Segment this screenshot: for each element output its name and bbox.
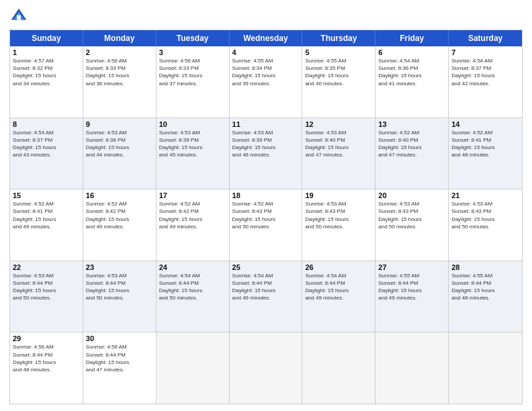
day-info: Sunrise: 4:56 AMSunset: 8:44 PMDaylight:… (86, 343, 153, 373)
day-number: 1 (13, 48, 80, 56)
day-cell-14: 14Sunrise: 4:52 AMSunset: 8:41 PMDayligh… (449, 118, 522, 189)
day-cell-24: 24Sunrise: 4:54 AMSunset: 8:44 PMDayligh… (157, 261, 230, 332)
day-number: 27 (378, 263, 445, 271)
day-number: 9 (86, 120, 153, 128)
day-cell-6: 6Sunrise: 4:54 AMSunset: 8:36 PMDaylight… (375, 46, 449, 118)
day-number: 6 (378, 48, 445, 56)
day-cell-16: 16Sunrise: 4:52 AMSunset: 8:42 PMDayligh… (83, 189, 157, 261)
day-number: 12 (305, 120, 372, 128)
day-info: Sunrise: 4:52 AMSunset: 8:43 PMDaylight:… (232, 200, 300, 230)
day-cell-17: 17Sunrise: 4:52 AMSunset: 8:42 PMDayligh… (157, 189, 230, 261)
day-info: Sunrise: 4:56 AMSunset: 8:33 PMDaylight:… (86, 57, 153, 87)
day-info: Sunrise: 4:52 AMSunset: 8:42 PMDaylight:… (86, 200, 153, 230)
day-cell-30: 30Sunrise: 4:56 AMSunset: 8:44 PMDayligh… (83, 332, 157, 404)
calendar-row-3: 15Sunrise: 4:52 AMSunset: 8:41 PMDayligh… (10, 189, 522, 261)
day-cell-9: 9Sunrise: 4:53 AMSunset: 8:38 PMDaylight… (83, 118, 157, 189)
day-number: 28 (451, 263, 519, 271)
day-number: 5 (305, 48, 372, 56)
day-cell-25: 25Sunrise: 4:54 AMSunset: 8:44 PMDayligh… (230, 261, 303, 332)
day-number: 17 (159, 191, 226, 199)
day-number: 8 (13, 120, 80, 128)
day-info: Sunrise: 4:53 AMSunset: 8:44 PMDaylight:… (13, 272, 80, 302)
day-cell-29: 29Sunrise: 4:56 AMSunset: 8:44 PMDayligh… (10, 332, 83, 404)
day-cell-1: 1Sunrise: 4:57 AMSunset: 8:32 PMDaylight… (10, 46, 83, 118)
calendar-row-1: 1Sunrise: 4:57 AMSunset: 8:32 PMDaylight… (10, 46, 522, 118)
logo-icon (9, 7, 28, 26)
empty-cell (302, 332, 375, 404)
day-info: Sunrise: 4:52 AMSunset: 8:40 PMDaylight:… (378, 129, 445, 159)
svg-rect-2 (17, 15, 21, 20)
day-info: Sunrise: 4:54 AMSunset: 8:44 PMDaylight:… (159, 272, 226, 302)
day-number: 15 (13, 191, 80, 199)
day-info: Sunrise: 4:53 AMSunset: 8:43 PMDaylight:… (305, 200, 372, 230)
day-info: Sunrise: 4:53 AMSunset: 8:38 PMDaylight:… (86, 129, 153, 159)
day-cell-4: 4Sunrise: 4:55 AMSunset: 8:34 PMDaylight… (230, 46, 303, 118)
header-day-thursday: Thursday (302, 30, 375, 46)
day-number: 30 (86, 334, 153, 342)
calendar-row-4: 22Sunrise: 4:53 AMSunset: 8:44 PMDayligh… (10, 261, 522, 333)
day-number: 4 (232, 48, 300, 56)
day-info: Sunrise: 4:54 AMSunset: 8:37 PMDaylight:… (451, 57, 519, 87)
day-cell-13: 13Sunrise: 4:52 AMSunset: 8:40 PMDayligh… (375, 118, 449, 189)
day-cell-22: 22Sunrise: 4:53 AMSunset: 8:44 PMDayligh… (10, 261, 83, 332)
day-number: 16 (86, 191, 153, 199)
day-cell-2: 2Sunrise: 4:56 AMSunset: 8:33 PMDaylight… (83, 46, 157, 118)
day-cell-28: 28Sunrise: 4:55 AMSunset: 8:44 PMDayligh… (449, 261, 522, 332)
day-info: Sunrise: 4:53 AMSunset: 8:39 PMDaylight:… (159, 129, 226, 159)
day-cell-10: 10Sunrise: 4:53 AMSunset: 8:39 PMDayligh… (157, 118, 230, 189)
logo (9, 7, 31, 26)
calendar-row-2: 8Sunrise: 4:54 AMSunset: 8:37 PMDaylight… (10, 118, 522, 190)
day-cell-12: 12Sunrise: 4:53 AMSunset: 8:40 PMDayligh… (302, 118, 375, 189)
day-number: 25 (232, 263, 300, 271)
header-day-monday: Monday (83, 30, 157, 46)
day-number: 7 (451, 48, 519, 56)
day-info: Sunrise: 4:53 AMSunset: 8:43 PMDaylight:… (378, 200, 445, 230)
day-number: 21 (451, 191, 519, 199)
day-info: Sunrise: 4:55 AMSunset: 8:44 PMDaylight:… (451, 272, 519, 302)
header-day-wednesday: Wednesday (230, 30, 303, 46)
day-cell-26: 26Sunrise: 4:54 AMSunset: 8:44 PMDayligh… (302, 261, 375, 332)
day-number: 2 (86, 48, 153, 56)
day-info: Sunrise: 4:52 AMSunset: 8:41 PMDaylight:… (451, 129, 519, 159)
day-info: Sunrise: 4:53 AMSunset: 8:44 PMDaylight:… (86, 272, 153, 302)
calendar-row-5: 29Sunrise: 4:56 AMSunset: 8:44 PMDayligh… (10, 332, 522, 404)
header-day-tuesday: Tuesday (157, 30, 230, 46)
day-info: Sunrise: 4:56 AMSunset: 8:44 PMDaylight:… (13, 343, 80, 373)
day-number: 26 (305, 263, 372, 271)
day-info: Sunrise: 4:55 AMSunset: 8:44 PMDaylight:… (378, 272, 445, 302)
day-info: Sunrise: 4:55 AMSunset: 8:34 PMDaylight:… (232, 57, 300, 87)
day-info: Sunrise: 4:53 AMSunset: 8:39 PMDaylight:… (232, 129, 300, 159)
day-number: 13 (378, 120, 445, 128)
day-number: 19 (305, 191, 372, 199)
day-number: 23 (86, 263, 153, 271)
day-number: 3 (159, 48, 226, 56)
day-cell-18: 18Sunrise: 4:52 AMSunset: 8:43 PMDayligh… (230, 189, 303, 261)
calendar-body: 1Sunrise: 4:57 AMSunset: 8:32 PMDaylight… (10, 46, 522, 404)
calendar: SundayMondayTuesdayWednesdayThursdayFrid… (9, 30, 523, 404)
day-number: 11 (232, 120, 300, 128)
day-number: 20 (378, 191, 445, 199)
header-day-saturday: Saturday (449, 30, 522, 46)
day-cell-8: 8Sunrise: 4:54 AMSunset: 8:37 PMDaylight… (10, 118, 83, 189)
day-number: 22 (13, 263, 80, 271)
empty-cell (230, 332, 303, 404)
day-number: 29 (13, 334, 80, 342)
header-day-friday: Friday (375, 30, 449, 46)
day-cell-27: 27Sunrise: 4:55 AMSunset: 8:44 PMDayligh… (375, 261, 449, 332)
header (9, 7, 523, 26)
day-number: 10 (159, 120, 226, 128)
empty-cell (157, 332, 230, 404)
page: SundayMondayTuesdayWednesdayThursdayFrid… (0, 0, 532, 411)
day-info: Sunrise: 4:52 AMSunset: 8:41 PMDaylight:… (13, 200, 80, 230)
day-info: Sunrise: 4:53 AMSunset: 8:43 PMDaylight:… (451, 200, 519, 230)
day-cell-21: 21Sunrise: 4:53 AMSunset: 8:43 PMDayligh… (449, 189, 522, 261)
day-cell-15: 15Sunrise: 4:52 AMSunset: 8:41 PMDayligh… (10, 189, 83, 261)
day-info: Sunrise: 4:56 AMSunset: 8:33 PMDaylight:… (159, 57, 226, 87)
day-cell-3: 3Sunrise: 4:56 AMSunset: 8:33 PMDaylight… (157, 46, 230, 118)
day-cell-19: 19Sunrise: 4:53 AMSunset: 8:43 PMDayligh… (302, 189, 375, 261)
day-cell-7: 7Sunrise: 4:54 AMSunset: 8:37 PMDaylight… (449, 46, 522, 118)
day-info: Sunrise: 4:53 AMSunset: 8:40 PMDaylight:… (305, 129, 372, 159)
day-number: 18 (232, 191, 300, 199)
day-info: Sunrise: 4:55 AMSunset: 8:35 PMDaylight:… (305, 57, 372, 87)
day-info: Sunrise: 4:54 AMSunset: 8:44 PMDaylight:… (305, 272, 372, 302)
